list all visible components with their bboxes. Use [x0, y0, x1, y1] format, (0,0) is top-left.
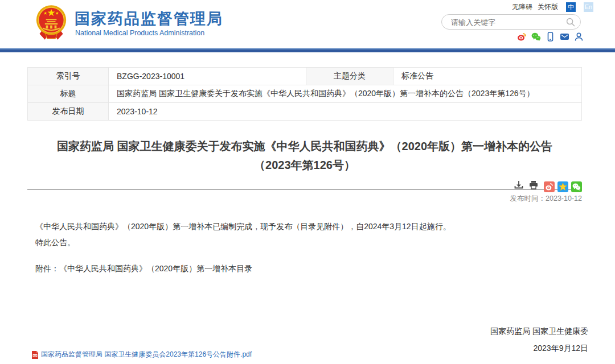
publish-time-value: 2023-10-12	[546, 195, 582, 202]
publish-time: 发布时间：2023-10-12	[510, 194, 582, 204]
attachment-line: 附件：《中华人民共和国药典》（2020年版）第一增补本目录	[35, 263, 582, 274]
wechat-icon[interactable]	[531, 32, 541, 42]
share-qzone-icon[interactable]	[557, 181, 568, 192]
article-toolbar	[27, 175, 582, 190]
care-version-link[interactable]: 关怀版	[538, 2, 558, 12]
publish-time-label: 发布时间：	[510, 195, 546, 202]
title-label: 标题	[28, 85, 109, 103]
header-divider-bar	[0, 48, 615, 52]
mobile-icon[interactable]	[546, 32, 555, 42]
table-row: 索引号 BZGG-2023-10001 主题分类 标准公告	[28, 68, 582, 85]
print-icon[interactable]	[529, 180, 538, 189]
svg-text:PDF: PDF	[33, 354, 38, 357]
site-title: 国家药品监督管理局	[75, 9, 223, 29]
attachment-download-row: PDF 国家药品监督管理局 国家卫生健康委员会2023年第126号公告附件.pd…	[31, 350, 252, 359]
accessibility-link[interactable]: 无障碍	[512, 2, 532, 12]
share-weibo-icon[interactable]	[544, 181, 555, 192]
table-row: 标题 国家药监局 国家卫生健康委关于发布实施《中华人民共和国药典》（2020年版…	[28, 85, 582, 103]
utility-links: 无障碍 关怀版 中 En	[512, 2, 593, 12]
search-icon[interactable]	[566, 18, 575, 27]
mail-icon[interactable]	[560, 32, 569, 42]
article-title: 国家药监局 国家卫生健康委关于发布实施《中华人民共和国药典》（2020年版）第一…	[27, 137, 582, 175]
signature-block: 国家药监局 国家卫生健康委 2023年9月12日	[490, 322, 588, 357]
header-social-icons	[517, 32, 584, 42]
download-icon[interactable]	[514, 180, 523, 189]
signature-date: 2023年9月12日	[490, 340, 588, 357]
article-title-line1: 国家药监局 国家卫生健康委关于发布实施《中华人民共和国药典》（2020年版）第一…	[27, 137, 582, 156]
pdf-attachment-link[interactable]: 国家药品监督管理局 国家卫生健康委员会2023年第126号公告附件.pdf	[41, 350, 252, 359]
pdf-file-icon: PDF	[31, 351, 39, 359]
date-value: 2023-10-12	[109, 103, 582, 121]
national-emblem-logo	[35, 5, 67, 41]
share-wechat-icon[interactable]	[571, 181, 582, 192]
search-box	[441, 14, 581, 30]
signature-agencies: 国家药监局 国家卫生健康委	[490, 322, 588, 340]
article-paragraph: 《中华人民共和国药典》（2020年版）第一增补本已编制完成，现予发布（目录见附件…	[35, 221, 582, 232]
title-value: 国家药监局 国家卫生健康委关于发布实施《中华人民共和国药典》（2020年版）第一…	[109, 85, 582, 103]
search-input[interactable]	[450, 15, 563, 30]
date-label: 发布日期	[28, 103, 109, 121]
index-label: 索引号	[28, 68, 109, 85]
site-subtitle: National Medical Products Administration	[75, 29, 204, 37]
lang-zh-button[interactable]: 中	[566, 2, 576, 12]
weibo-icon[interactable]	[517, 32, 527, 42]
category-value: 标准公告	[393, 68, 582, 85]
lang-en-button[interactable]: En	[584, 2, 593, 12]
document-info-table: 索引号 BZGG-2023-10001 主题分类 标准公告 标题 国家药监局 国…	[27, 67, 582, 121]
toolbar-icons	[514, 180, 582, 192]
article-title-line2: （2023年第126号）	[27, 156, 582, 175]
article-paragraph: 特此公告。	[35, 237, 582, 248]
index-value: BZGG-2023-10001	[109, 68, 306, 85]
site-header: 国家药品监督管理局 National Medical Products Admi…	[0, 0, 615, 48]
category-label: 主题分类	[306, 68, 393, 85]
table-row: 发布日期 2023-10-12	[28, 103, 582, 121]
user-icon[interactable]	[574, 32, 584, 42]
